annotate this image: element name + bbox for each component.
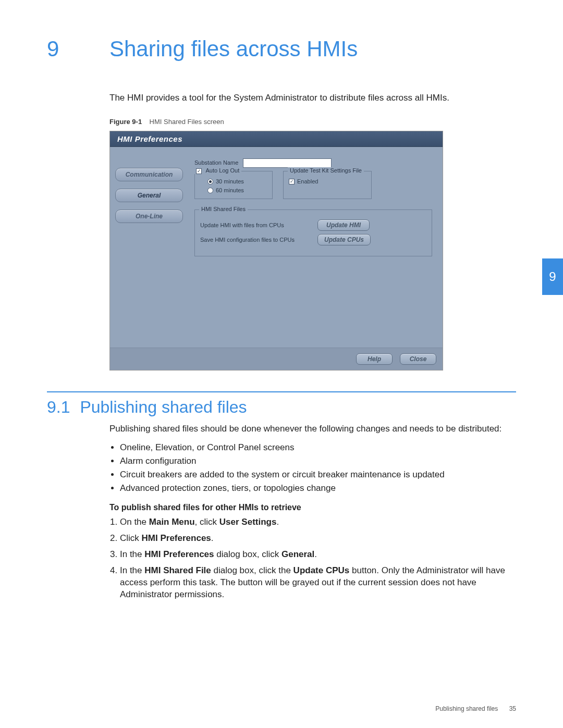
section-title: Publishing shared files — [80, 398, 247, 416]
update-cpus-label: Save HMI configuration files to CPUs — [200, 237, 312, 243]
help-button[interactable]: Help — [356, 353, 393, 365]
bullet-list: Oneline, Elevation, or Control Panel scr… — [120, 442, 516, 493]
dialog-sidebar: Communication General One-Line — [115, 152, 183, 348]
dialog-title: HMI Preferences — [110, 131, 443, 147]
figure-label: Figure 9-1 — [109, 118, 142, 126]
chapter-header: 9 Sharing files across HMIs — [47, 36, 516, 61]
chapter-title: Sharing files across HMIs — [109, 36, 358, 61]
auto-log-out-label: Auto Log Out — [205, 167, 239, 174]
list-item: Oneline, Elevation, or Control Panel scr… — [120, 442, 516, 453]
footer-section: Publishing shared files — [435, 705, 498, 712]
dialog-footer: Help Close — [110, 348, 443, 370]
list-item: Circuit breakers are added to the system… — [120, 470, 516, 480]
step-3: In the HMI Preferences dialog box, click… — [120, 549, 516, 561]
update-hmi-label: Update HMI with files from CPUs — [200, 222, 312, 228]
tab-communication[interactable]: Communication — [115, 168, 183, 181]
substation-name-input[interactable] — [243, 158, 332, 168]
update-testkit-group: Update Test Kit Settings File ✓ Enabled — [283, 171, 372, 199]
substation-name-label: Substation Name — [194, 159, 238, 166]
hmi-shared-files-group: HMI Shared Files Update HMI with files f… — [194, 209, 432, 256]
procedure-steps: On the Main Menu, click User Settings. C… — [120, 516, 516, 601]
close-button[interactable]: Close — [400, 353, 436, 365]
dialog-content: Substation Name ✓ Auto Log Out 30 minute… — [189, 152, 437, 348]
section-intro: Publishing shared files should be done w… — [109, 423, 516, 435]
section-heading: 9.1 Publishing shared files — [47, 398, 516, 417]
list-item: Alarm configuration — [120, 456, 516, 466]
step-1: On the Main Menu, click User Settings. — [120, 516, 516, 528]
hmi-shared-files-legend: HMI Shared Files — [199, 206, 248, 212]
page-footer: Publishing shared files 35 — [435, 705, 516, 712]
chapter-number: 9 — [47, 36, 109, 61]
auto-log-out-checkbox[interactable]: ✓ — [196, 168, 202, 174]
list-item: Advanced protection zones, tiers, or top… — [120, 483, 516, 493]
update-testkit-legend: Update Test Kit Settings File — [288, 167, 364, 174]
procedure-title: To publish shared files for other HMIs t… — [109, 503, 516, 512]
step-4: In the HMI Shared File dialog box, click… — [120, 565, 516, 601]
figure-caption: Figure 9-1 HMI Shared Files screen — [109, 118, 516, 126]
footer-page-number: 35 — [509, 705, 516, 712]
update-cpus-button[interactable]: Update CPUs — [317, 234, 371, 245]
section-number: 9.1 — [47, 398, 70, 416]
radio-30-min-label: 30 minutes — [216, 178, 244, 184]
section-rule — [47, 391, 516, 392]
testkit-enabled-checkbox[interactable]: ✓ — [289, 179, 295, 184]
radio-60-min[interactable] — [207, 188, 213, 193]
tab-general[interactable]: General — [115, 189, 183, 202]
update-hmi-button[interactable]: Update HMI — [317, 219, 370, 231]
intro-paragraph: The HMI provides a tool for the System A… — [109, 93, 516, 103]
step-2: Click HMI Preferences. — [120, 533, 516, 545]
chapter-side-tab: 9 — [542, 258, 563, 295]
testkit-enabled-label: Enabled — [297, 178, 318, 184]
auto-log-out-group: ✓ Auto Log Out 30 minutes 60 minutes — [194, 171, 273, 199]
figure-caption-text: HMI Shared Files screen — [150, 118, 224, 126]
radio-30-min[interactable] — [207, 179, 213, 184]
hmi-preferences-dialog: HMI Preferences Communication General On… — [109, 131, 443, 371]
radio-60-min-label: 60 minutes — [216, 187, 244, 193]
tab-oneline[interactable]: One-Line — [115, 209, 183, 223]
